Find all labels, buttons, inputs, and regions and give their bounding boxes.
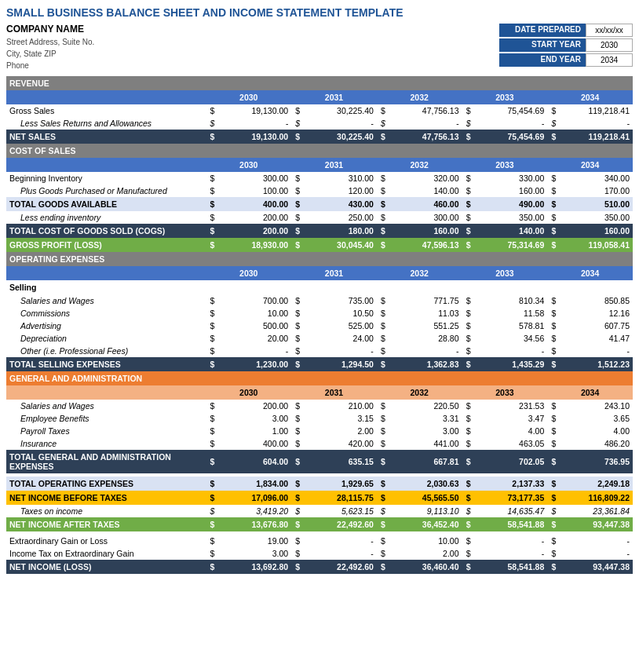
cos-year-header: 2030 2031 2032 2033 2034 [6,158,633,172]
plus-goods-row: Plus Goods Purchased or Manufactured $10… [6,184,633,197]
gross-profit-label: GROSS PROFIT (LOSS) [6,238,206,252]
taxes-on-income-row: Taxes on income $3,419.20 $5,623.15 $9,1… [6,505,633,517]
income-tax-extra-row: Income Tax on Extraordinary Gain $3.00 $… [6,547,633,560]
end-year-row: END YEAR 2034 [499,53,633,67]
less-sales-row: Less Sales Returns and Allowances $- $- … [6,117,633,130]
start-year-value: 2030 [586,38,633,52]
cos-section-header: COST OF SALES [6,144,633,158]
total-selling-label: TOTAL SELLING EXPENSES [6,357,206,371]
net-sales-2032: 47,756.13 [389,130,462,144]
ga-insurance-row: Insurance $400.00 $420.00 $441.00 $463.0… [6,437,633,450]
gross-sales-row: Gross Sales $19,130.00 $30,225.40 $47,75… [6,104,633,117]
net-income-loss-row: NET INCOME (LOSS) $13,692.80 $22,492.60 … [6,560,633,574]
rev-year-2034: 2034 [547,90,633,104]
net-income-loss-label: NET INCOME (LOSS) [6,560,206,574]
rev-year-2033: 2033 [462,90,548,104]
less-ending-label: Less ending inventory [6,211,206,224]
total-cogs-label: TOTAL COST OF GOODS SOLD (COGS) [6,224,206,238]
beginning-inventory-row: Beginning Inventory $300.00 $310.00 $320… [6,172,633,184]
net-income-before-label: NET INCOME BEFORE TAXES [6,491,206,505]
revenue-label: REVENUE [6,76,206,90]
extraordinary-gain-row: Extraordinary Gain or Loss $19.00 $- $10… [6,535,633,547]
gross-profit-row: GROSS PROFIT (LOSS) $18,930.00 $30,045.4… [6,238,633,252]
main-table: REVENUE 2030 2031 2032 2033 2034 Gross S… [6,76,633,574]
gross-sales-2030: 19,130.00 [219,104,292,117]
company-address2: City, State ZIP [6,48,499,60]
selling-label: Selling [6,280,206,294]
end-year-value: 2034 [586,53,633,67]
less-sales-label: Less Sales Returns and Allowances [6,117,206,130]
net-sales-2030: 19,130.00 [219,130,292,144]
rev-year-2031: 2031 [291,90,377,104]
oe-year-header: 2030 2031 2032 2033 2034 [6,266,633,280]
total-goods-label: TOTAL GOODS AVAILABLE [6,197,206,211]
beginning-inventory-label: Beginning Inventory [6,172,206,184]
net-income-after-row: NET INCOME AFTER TAXES $13,676.80 $22,49… [6,517,633,531]
ga-payroll-label: Payroll Taxes [6,425,206,437]
ga-label: GENERAL AND ADMINISTRATION [6,371,206,385]
ga-payroll-row: Payroll Taxes $1.00 $2.00 $3.00 $4.00 $4… [6,425,633,437]
cos-label: COST OF SALES [6,144,206,158]
depreciation-row: Depreciation $20.00 $24.00 $28.80 $34.56… [6,332,633,345]
total-cogs-row: TOTAL COST OF GOODS SOLD (COGS) $200.00 … [6,224,633,238]
less-sales-2032: - [389,117,462,130]
total-selling-row: TOTAL SELLING EXPENSES $1,230.00 $1,294.… [6,357,633,371]
total-operating-label: TOTAL OPERATING EXPENSES [6,477,206,491]
date-prepared-row: DATE PREPARED xx/xx/xx [499,24,633,37]
ga-salaries-label: Salaries and Wages [6,400,206,412]
net-sales-label: NET SALES [6,130,206,144]
gross-sales-2032: 47,756.13 [389,104,462,117]
less-sales-2033: - [475,117,548,130]
revenue-year-header: 2030 2031 2032 2033 2034 [6,90,633,104]
gross-sales-2031: 30,225.40 [304,104,377,117]
less-sales-2034: - [560,117,633,130]
total-ga-label: TOTAL GENERAL AND ADMINISTRATION EXPENSE… [6,450,206,473]
other-row: Other (i.e. Professional Fees) $- $- $- … [6,345,633,357]
start-year-label: START YEAR [499,38,586,52]
rev-year-2032: 2032 [377,90,462,104]
gross-sales-2034: 119,218.41 [560,104,633,117]
oe-label: OPERATING EXPENSES [6,252,206,266]
less-sales-2030: - [219,117,292,130]
net-income-after-label: NET INCOME AFTER TAXES [6,517,206,531]
header-area: COMPANY NAME Street Address, Suite No. C… [6,24,633,71]
advertising-label: Advertising [6,320,206,332]
less-ending-row: Less ending inventory $200.00 $250.00 $3… [6,211,633,224]
commissions-row: Commissions $10.00 $10.50 $11.03 $11.58 … [6,307,633,320]
total-goods-row: TOTAL GOODS AVAILABLE $400.00 $430.00 $4… [6,197,633,211]
start-year-row: START YEAR 2030 [499,38,633,52]
less-sales-2031: - [304,117,377,130]
rev-year-2030: 2030 [206,90,291,104]
page-title: SMALL BUSINESS BALANCE SHEET AND INCOME … [6,6,633,19]
company-name: COMPANY NAME [6,24,499,35]
extraordinary-gain-label: Extraordinary Gain or Loss [6,535,206,547]
taxes-on-income-label: Taxes on income [6,505,206,517]
date-prepared-label: DATE PREPARED [499,24,586,37]
ga-year-header: 2030 2031 2032 2033 2034 [6,385,633,400]
selling-label-row: Selling [6,280,633,294]
company-phone: Phone [6,60,499,71]
date-prepared-value: xx/xx/xx [586,24,633,37]
gross-sales-label: Gross Sales [6,104,206,117]
plus-goods-label: Plus Goods Purchased or Manufactured [6,184,206,197]
end-year-label: END YEAR [499,53,586,67]
ga-benefits-row: Employee Benefits $3.00 $3.15 $3.31 $3.4… [6,412,633,425]
net-income-before-row: NET INCOME BEFORE TAXES $17,096.00 $28,1… [6,491,633,505]
company-address1: Street Address, Suite No. [6,36,499,48]
advertising-row: Advertising $500.00 $525.00 $551.25 $578… [6,320,633,332]
ga-section-header: GENERAL AND ADMINISTRATION [6,371,633,385]
selling-salaries-label: Salaries and Wages [6,294,206,307]
revenue-section-header: REVENUE [6,76,633,90]
net-sales-row: NET SALES $19,130.00 $30,225.40 $47,756.… [6,130,633,144]
selling-salaries-row: Salaries and Wages $700.00 $735.00 $771.… [6,294,633,307]
total-ga-row: TOTAL GENERAL AND ADMINISTRATION EXPENSE… [6,450,633,473]
commissions-label: Commissions [6,307,206,320]
oe-section-header: OPERATING EXPENSES [6,252,633,266]
ga-salaries-row: Salaries and Wages $200.00 $210.00 $220.… [6,400,633,412]
ga-benefits-label: Employee Benefits [6,412,206,425]
ga-insurance-label: Insurance [6,437,206,450]
net-sales-2033: 75,454.69 [475,130,548,144]
depreciation-label: Depreciation [6,332,206,345]
income-tax-extra-label: Income Tax on Extraordinary Gain [6,547,206,560]
total-operating-row: TOTAL OPERATING EXPENSES $1,834.00 $1,92… [6,477,633,491]
